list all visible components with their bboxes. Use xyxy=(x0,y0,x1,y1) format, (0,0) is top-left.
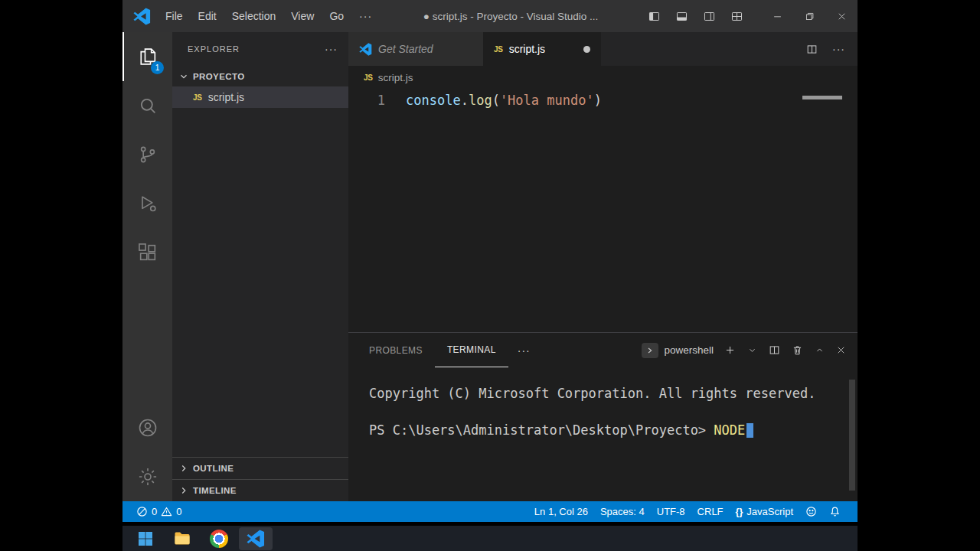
vscode-logo-icon xyxy=(247,530,265,548)
menu-edit[interactable]: Edit xyxy=(191,7,224,25)
terminal-blank-line xyxy=(369,403,858,421)
menu-view[interactable]: View xyxy=(283,7,322,25)
screen: File Edit Selection View Go ··· ● script… xyxy=(0,0,980,551)
feedback-button[interactable] xyxy=(799,506,823,517)
menu-file[interactable]: File xyxy=(158,7,191,25)
file-explorer-button[interactable] xyxy=(165,527,199,550)
split-terminal-icon[interactable] xyxy=(768,344,781,357)
outline-section-label: OUTLINE xyxy=(193,464,234,473)
eol-setting[interactable]: CRLF xyxy=(691,506,730,517)
minimize-button[interactable] xyxy=(761,0,793,32)
settings-gear-icon xyxy=(137,466,158,487)
sidebar-section-outline[interactable]: OUTLINE xyxy=(172,457,348,479)
toggle-panel-button[interactable] xyxy=(669,5,694,28)
tab-bar: Get Started JS script.js ··· xyxy=(348,32,858,66)
search-icon xyxy=(137,95,158,116)
terminal-scrollbar[interactable] xyxy=(849,380,855,491)
layout-controls xyxy=(642,5,749,28)
code-object: console xyxy=(406,93,461,108)
activity-search-button[interactable] xyxy=(122,81,172,130)
kill-terminal-trash-icon[interactable] xyxy=(791,344,804,357)
menu-go[interactable]: Go xyxy=(322,7,351,25)
encoding-setting[interactable]: UTF-8 xyxy=(651,506,691,517)
vscode-taskbar-button[interactable] xyxy=(239,527,273,550)
file-item-label: script.js xyxy=(208,91,244,103)
code-method: log xyxy=(469,93,492,108)
js-file-icon: JS xyxy=(193,93,202,102)
terminal-output[interactable]: Copyright (C) Microsoft Corporation. All… xyxy=(348,367,858,501)
problems-status[interactable]: 0 0 xyxy=(130,506,188,517)
code-editor[interactable]: 1 console.log('Hola mundo') xyxy=(348,89,858,332)
close-icon xyxy=(836,11,848,22)
file-item-scriptjs[interactable]: JS script.js xyxy=(172,86,348,108)
sidebar-header: EXPLORER ··· xyxy=(172,32,348,66)
terminal-prompt-icon xyxy=(642,343,658,358)
sidebar-bottom-sections: OUTLINE TIMELINE xyxy=(172,457,348,501)
tab-scriptjs[interactable]: JS script.js xyxy=(483,32,601,66)
toggle-secondary-sidebar-button[interactable] xyxy=(697,5,721,28)
code-string: 'Hola mundo' xyxy=(500,93,594,108)
menu-selection[interactable]: Selection xyxy=(224,7,284,25)
account-button[interactable] xyxy=(122,403,172,452)
sidebar-section-proyecto[interactable]: PROYECTO xyxy=(172,66,348,86)
activity-extensions-button[interactable] xyxy=(122,228,172,277)
split-editor-icon[interactable] xyxy=(805,43,818,56)
activity-explorer-button[interactable]: 1 xyxy=(122,32,172,81)
sidebar-section-timeline[interactable]: TIMELINE xyxy=(172,479,348,501)
tab-terminal[interactable]: TERMINAL xyxy=(435,333,508,367)
window-controls xyxy=(761,0,858,32)
terminal-prompt-line[interactable]: PS C:\Users\Administrator\Desktop\Proyec… xyxy=(369,421,858,439)
customize-layout-button[interactable] xyxy=(724,5,749,28)
layout-sidebar-left-icon xyxy=(648,10,661,23)
chevron-right-icon xyxy=(178,463,189,474)
warning-count: 0 xyxy=(176,506,181,517)
cursor-position[interactable]: Ln 1, Col 26 xyxy=(528,506,594,517)
language-label: JavaScript xyxy=(746,506,793,517)
new-terminal-plus-icon[interactable] xyxy=(724,344,737,357)
chrome-icon xyxy=(210,530,228,548)
menu-more-button[interactable]: ··· xyxy=(351,7,380,25)
breadcrumb[interactable]: JS script.js xyxy=(348,66,858,89)
panel-more-button[interactable]: ··· xyxy=(518,333,531,367)
terminal-dropdown-chevron-icon[interactable] xyxy=(746,344,758,356)
layout-grid-icon xyxy=(730,10,743,23)
warnings-icon xyxy=(161,506,172,517)
tab-label: script.js xyxy=(509,43,545,55)
activity-run-debug-button[interactable] xyxy=(122,179,172,228)
tab-get-started[interactable]: Get Started xyxy=(348,32,483,66)
chevron-down-icon xyxy=(178,71,189,82)
panel-actions: powershell xyxy=(642,333,847,367)
chevron-right-icon xyxy=(178,485,189,496)
notifications-button[interactable] xyxy=(823,506,847,517)
tab-problems[interactable]: PROBLEMS xyxy=(357,333,435,367)
code-close-paren: ) xyxy=(594,93,602,108)
vscode-logo-icon xyxy=(359,43,372,56)
settings-button[interactable] xyxy=(122,452,172,501)
breadcrumb-file[interactable]: script.js xyxy=(378,72,413,83)
indentation-setting[interactable]: Spaces: 4 xyxy=(594,506,651,517)
js-file-icon: JS xyxy=(364,73,373,82)
chrome-button[interactable] xyxy=(202,527,236,550)
terminal-profile-selector[interactable]: powershell xyxy=(642,343,714,358)
sidebar-more-button[interactable]: ··· xyxy=(325,43,338,55)
start-button[interactable] xyxy=(129,527,162,550)
code-dot: . xyxy=(461,93,469,108)
language-selector[interactable]: {} JavaScript xyxy=(730,506,799,517)
activity-source-control-button[interactable] xyxy=(122,130,172,179)
maximize-panel-chevron-up-icon[interactable] xyxy=(814,344,825,356)
toggle-sidebar-button[interactable] xyxy=(642,5,666,28)
code-open-paren: ( xyxy=(492,93,500,108)
sidebar-explorer: EXPLORER ··· PROYECTO JS script.js OUTLI… xyxy=(172,32,348,501)
windows-taskbar xyxy=(122,526,858,551)
editor-more-actions-button[interactable]: ··· xyxy=(832,43,845,55)
minimap[interactable] xyxy=(802,96,842,99)
file-explorer-icon xyxy=(173,530,191,548)
vscode-logo-icon xyxy=(133,8,151,25)
close-panel-icon[interactable] xyxy=(835,344,847,356)
close-button[interactable] xyxy=(825,0,858,32)
code-line[interactable]: console.log('Hola mundo') xyxy=(406,89,602,332)
modified-dot-icon[interactable] xyxy=(583,46,590,53)
run-debug-icon xyxy=(137,193,158,214)
errors-icon xyxy=(136,506,148,517)
restore-button[interactable] xyxy=(793,0,825,32)
